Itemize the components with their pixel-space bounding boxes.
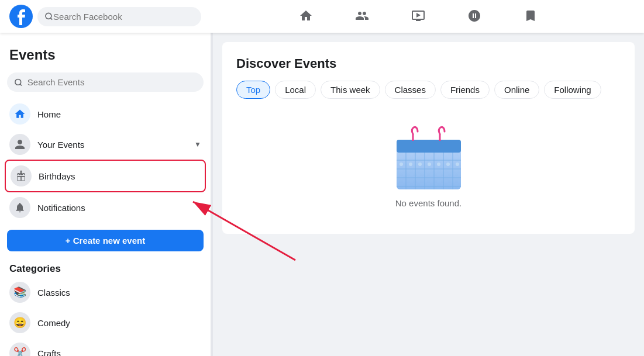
category-item-classics[interactable]: 📚 Classics <box>5 277 206 307</box>
topnav-search-input[interactable] <box>53 12 194 22</box>
birthdays-icon <box>11 165 32 186</box>
discover-events-title: Discover Events <box>236 56 621 71</box>
svg-point-20 <box>437 163 440 166</box>
svg-point-1 <box>46 13 51 19</box>
watch-nav-button[interactable] <box>390 2 446 30</box>
friends-nav-button[interactable] <box>334 2 390 30</box>
category-item-comedy[interactable]: 😄 Comedy <box>5 307 206 338</box>
sidebar-title: Events <box>5 42 206 72</box>
discover-events-card: Discover Events Top Local This week Clas… <box>222 42 635 234</box>
classics-icon: 📚 <box>9 282 30 303</box>
comedy-icon: 😄 <box>9 312 30 333</box>
your-events-icon <box>9 134 30 155</box>
main-layout: Events Home Your Events ▼ <box>0 33 644 356</box>
birthdays-label: Birthdays <box>39 171 200 181</box>
groups-nav-button[interactable] <box>446 2 502 30</box>
saved-nav-button[interactable] <box>502 2 559 30</box>
category-item-crafts[interactable]: ✂️ Crafts <box>5 338 206 356</box>
topnav-icon-group <box>201 2 635 30</box>
chevron-down-icon: ▼ <box>194 140 201 148</box>
notifications-icon <box>9 197 30 218</box>
categories-title: Categories <box>5 258 206 277</box>
top-navigation <box>0 0 644 33</box>
svg-point-19 <box>428 163 431 166</box>
no-events-text: No events found. <box>395 198 462 208</box>
svg-point-17 <box>409 163 412 166</box>
svg-point-21 <box>446 163 450 166</box>
svg-point-18 <box>418 163 422 166</box>
home-nav-button[interactable] <box>278 2 334 30</box>
your-events-label: Your Events <box>37 140 187 150</box>
sidebar: Events Home Your Events ▼ <box>0 33 211 356</box>
topnav-search-bar[interactable] <box>37 7 201 26</box>
filter-tab-local[interactable]: Local <box>275 81 316 99</box>
sidebar-item-your-events[interactable]: Your Events ▼ <box>5 129 206 160</box>
filter-tab-following[interactable]: Following <box>544 81 601 99</box>
no-events-container: No events found. <box>236 99 621 220</box>
svg-rect-5 <box>397 140 461 153</box>
sidebar-item-birthdays[interactable]: Birthdays <box>5 160 206 192</box>
sidebar-item-notifications[interactable]: Notifications <box>5 192 206 223</box>
search-events-bar[interactable] <box>7 72 204 92</box>
filter-tab-classes[interactable]: Classes <box>385 81 436 99</box>
filter-tab-friends[interactable]: Friends <box>440 81 490 99</box>
home-item-label: Home <box>37 109 201 119</box>
main-content: Discover Events Top Local This week Clas… <box>213 33 644 356</box>
crafts-label: Crafts <box>37 348 61 357</box>
svg-point-2 <box>15 79 21 85</box>
crafts-icon: ✂️ <box>9 343 30 356</box>
comedy-label: Comedy <box>37 318 70 328</box>
filter-tab-this-week[interactable]: This week <box>321 81 380 99</box>
facebook-logo[interactable] <box>9 5 33 28</box>
search-icon <box>44 12 53 21</box>
classics-label: Classics <box>37 288 70 298</box>
svg-point-22 <box>456 163 459 166</box>
filter-tab-online[interactable]: Online <box>494 81 539 99</box>
home-item-icon <box>9 103 30 125</box>
notifications-label: Notifications <box>37 203 201 213</box>
filter-tabs-group: Top Local This week Classes Friends Onli… <box>236 81 621 99</box>
filter-tab-top[interactable]: Top <box>236 81 270 99</box>
calendar-illustration <box>391 122 467 198</box>
search-events-input[interactable] <box>27 77 197 87</box>
svg-point-16 <box>400 163 403 166</box>
create-new-event-button[interactable]: + Create new event <box>7 230 204 251</box>
sidebar-item-home[interactable]: Home <box>5 99 206 129</box>
search-events-icon <box>14 78 23 87</box>
